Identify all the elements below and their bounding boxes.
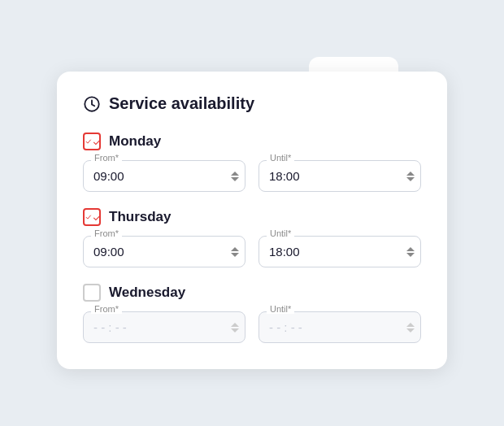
days-container: MondayFrom*09:00Until*18:00 ThursdayFrom… (83, 133, 421, 343)
from-wrapper-thursday: From*09:00 (83, 236, 245, 267)
day-label-thursday: Thursday (109, 209, 172, 225)
checkbox-thursday[interactable] (83, 208, 101, 226)
until-field-wednesday: - - : - - (259, 311, 421, 343)
from-spinner-monday[interactable] (231, 172, 239, 181)
from-field-wednesday: - - : - - (83, 311, 245, 343)
checkbox-wednesday[interactable] (83, 284, 101, 302)
card-title: Service availability (109, 94, 254, 113)
until-wrapper-wednesday: Until*- - : - - (259, 311, 421, 343)
checkmark-svg-monday (85, 136, 92, 147)
from-arrow-down-thursday[interactable] (231, 253, 239, 257)
from-spinner-thursday[interactable] (231, 247, 239, 257)
until-field-monday[interactable]: 18:00 (259, 160, 421, 192)
until-arrow-up-wednesday (406, 323, 415, 327)
until-arrow-down-thursday[interactable] (406, 253, 415, 257)
service-availability-card: Service availability MondayFrom*09:00Unt… (57, 72, 447, 369)
card-wrapper: Service availability MondayFrom*09:00Unt… (57, 57, 447, 369)
from-arrow-down-monday[interactable] (231, 177, 239, 181)
day-row-thursday: Thursday (83, 208, 421, 226)
from-wrapper-monday: From*09:00 (83, 160, 245, 192)
day-row-monday: Monday (83, 133, 421, 150)
from-spinner-wednesday (231, 323, 239, 333)
from-arrow-up-wednesday (231, 323, 239, 327)
from-label-thursday: From* (91, 228, 122, 238)
time-fields-thursday: From*09:00Until*18:00 (83, 236, 421, 267)
from-field-thursday[interactable]: 09:00 (83, 236, 245, 267)
day-label-monday: Monday (109, 133, 161, 150)
from-field-monday[interactable]: 09:00 (83, 160, 245, 192)
until-label-monday: Until* (267, 153, 294, 163)
time-fields-wednesday: From*- - : - -Until*- - : - - (83, 311, 421, 343)
from-arrow-up-monday[interactable] (231, 172, 239, 176)
checkmark-svg-thursday (85, 211, 92, 223)
from-wrapper-wednesday: From*- - : - - (83, 311, 245, 343)
until-arrow-up-thursday[interactable] (406, 247, 415, 251)
until-wrapper-thursday: Until*18:00 (259, 236, 421, 267)
until-arrow-up-monday[interactable] (406, 172, 415, 176)
from-arrow-down-wednesday (231, 328, 239, 333)
checkbox-monday[interactable] (83, 133, 101, 150)
until-spinner-wednesday (406, 323, 415, 333)
time-fields-monday: From*09:00Until*18:00 (83, 160, 421, 192)
card-header: Service availability (83, 94, 421, 113)
until-arrow-down-wednesday (406, 328, 415, 333)
from-label-monday: From* (91, 153, 122, 163)
until-label-thursday: Until* (267, 228, 294, 238)
until-label-wednesday: Until* (267, 304, 294, 314)
day-section-wednesday: WednesdayFrom*- - : - -Until*- - : - - (83, 284, 421, 343)
until-field-thursday[interactable]: 18:00 (259, 236, 421, 267)
until-arrow-down-monday[interactable] (406, 177, 415, 181)
day-label-wednesday: Wednesday (109, 285, 185, 301)
clock-icon (83, 95, 101, 113)
from-arrow-up-thursday[interactable] (231, 247, 239, 251)
day-section-thursday: ThursdayFrom*09:00Until*18:00 (83, 208, 421, 267)
until-wrapper-monday: Until*18:00 (259, 160, 421, 192)
day-row-wednesday: Wednesday (83, 284, 421, 302)
from-label-wednesday: From* (91, 304, 122, 314)
until-spinner-thursday[interactable] (406, 247, 415, 257)
day-section-monday: MondayFrom*09:00Until*18:00 (83, 133, 421, 192)
until-spinner-monday[interactable] (406, 172, 415, 181)
